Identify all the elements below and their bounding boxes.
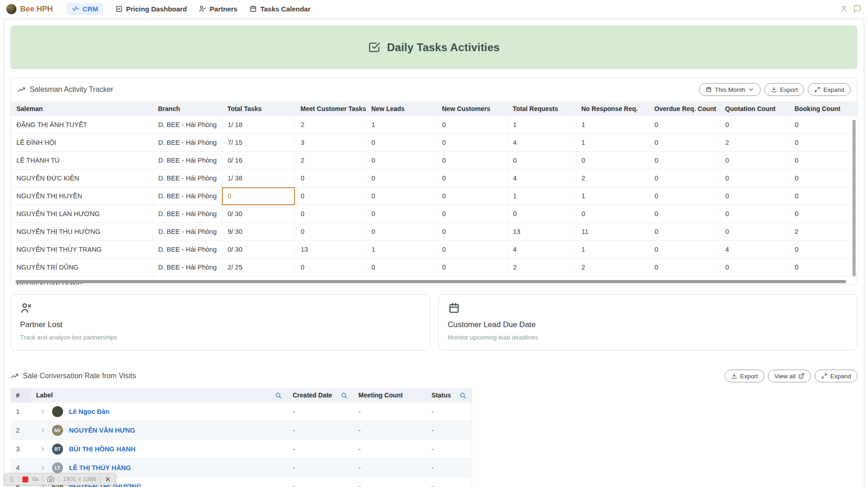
table-cell[interactable]: 0/ 30 (222, 205, 295, 223)
table-cell[interactable]: 0 (789, 134, 857, 152)
table-cell[interactable]: 1/ 18 (222, 116, 295, 134)
table-cell[interactable]: 0 (789, 241, 857, 259)
table-cell[interactable]: 0 (649, 152, 720, 169)
selected-table-cell[interactable]: 0 (222, 187, 295, 205)
table-cell[interactable]: 0 (366, 259, 437, 276)
table-cell[interactable]: 1 (507, 187, 576, 205)
table-cell[interactable]: D. BEE - Hải Phòng (153, 116, 222, 134)
list-item[interactable]: 2 NV NGUYỄN VĂN HƯNG - - - (11, 421, 472, 440)
table-cell[interactable]: D. BEE - Hải Phòng (153, 241, 222, 259)
table-cell[interactable]: D. BEE - Hải Phòng (153, 169, 222, 187)
table-cell[interactable]: 0 (649, 134, 720, 152)
table-cell[interactable]: 0 (576, 205, 649, 223)
table-cell[interactable]: 0 (295, 169, 366, 187)
partner-lost-card[interactable]: Partner Lost Track and analyze lost part… (11, 294, 430, 350)
table-cell[interactable]: 0 (507, 152, 576, 169)
table-cell[interactable]: 0 (295, 205, 366, 223)
table-cell[interactable]: NGUYỄN THỊ THÙY TRANG (11, 241, 153, 259)
table-cell[interactable]: ĐẶNG THỊ ÁNH TUYẾT (11, 116, 153, 134)
table-cell[interactable]: 1 (576, 134, 649, 152)
table-cell[interactable]: 0 (789, 187, 857, 205)
close-icon[interactable]: ✕ (105, 476, 110, 482)
list-item[interactable]: 1 Lê Ngọc Đàn - - - (11, 402, 472, 421)
table-cell[interactable]: 0 (720, 205, 789, 223)
table-cell[interactable]: NGUYỄN THỊ THU HƯỜNG (11, 223, 153, 241)
table-cell[interactable]: 2 (576, 169, 649, 187)
table-cell[interactable]: D. BEE - Hải Phòng (153, 259, 222, 276)
table-cell[interactable]: 0 (576, 152, 649, 169)
table-cell[interactable]: 3 (295, 134, 366, 152)
salesman-link[interactable]: NGUYỄN VĂN HƯNG (69, 427, 135, 434)
table-cell[interactable]: 0 (437, 187, 507, 205)
search-icon[interactable] (275, 392, 282, 399)
table-cell[interactable]: 13 (507, 223, 576, 241)
table-cell[interactable]: 4 (507, 134, 576, 152)
chevron-right-icon[interactable] (40, 465, 46, 471)
table-cell[interactable]: 0 (649, 205, 720, 223)
table-cell[interactable]: 0 (437, 134, 507, 152)
table-cell[interactable]: 0 (789, 205, 857, 223)
table-cell[interactable]: LÊ THANH TÚ (11, 152, 153, 169)
table-cell[interactable]: 0 (295, 223, 366, 241)
table-cell[interactable]: 2/ 25 (222, 259, 295, 276)
table-cell[interactable]: 0 (437, 223, 507, 241)
vertical-scrollbar[interactable] (852, 120, 856, 276)
table-cell[interactable]: 9/ 30 (222, 223, 295, 241)
table-cell[interactable]: 0 (437, 241, 507, 259)
table-cell[interactable]: 0 (437, 116, 507, 134)
salesman-link[interactable]: Lê Ngọc Đàn (69, 408, 110, 415)
table-cell[interactable]: 0 (649, 116, 720, 134)
chevron-right-icon[interactable] (40, 408, 46, 415)
table-cell[interactable]: 0 (507, 205, 576, 223)
table-cell[interactable]: 0 (649, 241, 720, 259)
view-all-button[interactable]: View all (768, 370, 811, 382)
table-cell[interactable]: 0 (789, 116, 857, 134)
table-cell[interactable]: 1 (576, 187, 649, 205)
table-cell[interactable]: 0 (295, 187, 366, 205)
table-cell[interactable]: 2 (295, 152, 366, 169)
table-cell[interactable]: 0/ 16 (222, 152, 295, 169)
horizontal-scrollbar[interactable] (16, 280, 846, 283)
period-select-button[interactable]: This Month (699, 83, 761, 96)
table-cell[interactable]: 0 (720, 223, 789, 241)
table-cell[interactable]: D. BEE - Hải Phòng (153, 223, 222, 241)
table-cell[interactable]: 0 (366, 152, 437, 169)
table-cell[interactable]: 4 (720, 241, 789, 259)
search-icon[interactable] (341, 392, 347, 399)
table-cell[interactable]: 2 (576, 259, 649, 276)
table-cell[interactable]: 0 (649, 187, 720, 205)
table-cell[interactable]: 4 (507, 241, 576, 259)
tab-crm[interactable]: CRM (67, 3, 103, 15)
table-cell[interactable]: 0/ 30 (222, 241, 295, 259)
table-cell[interactable]: D. BEE - Hải Phòng (153, 187, 222, 205)
table-cell[interactable]: 0 (649, 223, 720, 241)
table-cell[interactable]: 2 (507, 259, 576, 276)
table-cell[interactable]: 0 (366, 205, 437, 223)
table-cell[interactable]: D. BEE - Hải Phòng (153, 205, 222, 223)
expand-button[interactable]: Expand (808, 83, 851, 96)
tab-partners[interactable]: Partners (199, 5, 237, 13)
table-cell[interactable]: 1 (507, 116, 576, 134)
table-cell[interactable]: 1 (576, 241, 649, 259)
table-cell[interactable]: 0 (366, 187, 437, 205)
camera-icon[interactable] (47, 476, 54, 483)
record-stop-button[interactable] (22, 476, 28, 482)
table-cell[interactable]: 1 (366, 241, 437, 259)
table-cell[interactable]: 11 (576, 223, 649, 241)
table-cell[interactable]: 1 (576, 116, 649, 134)
table-cell[interactable]: 0 (720, 169, 789, 187)
table-cell[interactable]: D. BEE - Hải Phòng (153, 134, 222, 152)
table-cell[interactable]: D. BEE - Hải Phòng (153, 152, 222, 169)
table-cell[interactable]: NGUYỄN THỊ HUYỀN (11, 187, 153, 205)
table-cell[interactable]: 0 (366, 169, 437, 187)
list-item[interactable]: 3 BT BÙI THỊ HỒNG HẠNH - - - (11, 440, 472, 459)
tab-pricing-dashboard[interactable]: Pricing Dashboard (115, 5, 187, 13)
search-icon[interactable] (459, 392, 466, 399)
chat-icon[interactable] (853, 5, 862, 13)
chevron-right-icon[interactable] (40, 427, 46, 434)
table-cell[interactable]: 1 (366, 116, 437, 134)
table-cell[interactable]: 0 (720, 116, 789, 134)
drag-handle-icon[interactable]: ⣿ (10, 476, 14, 482)
table-cell[interactable]: NGUYỄN TRÍ DŨNG (11, 259, 153, 276)
salesman-link[interactable]: BÙI THỊ HỒNG HẠNH (69, 445, 136, 453)
